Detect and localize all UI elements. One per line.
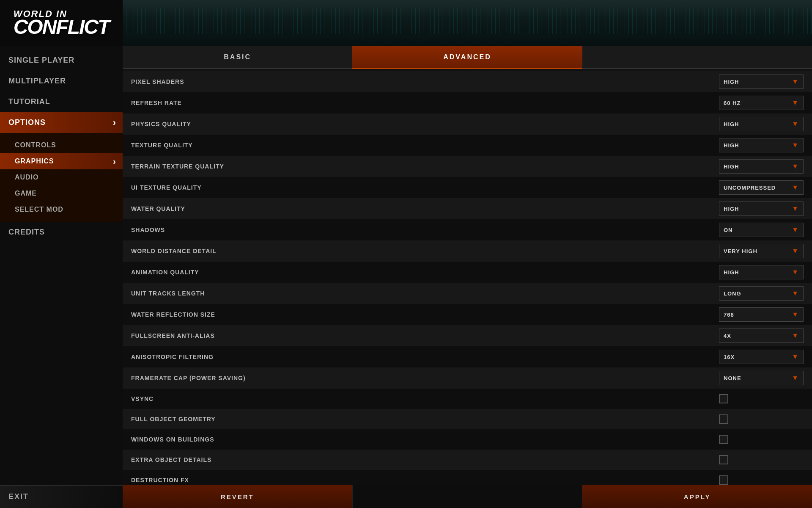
dropdown-shadows[interactable]: ON ▼ bbox=[719, 223, 804, 237]
revert-button[interactable]: REVERT bbox=[123, 485, 353, 508]
setting-control-extra-object-details bbox=[719, 455, 804, 464]
dropdown-water-reflection-size[interactable]: 768 ▼ bbox=[719, 307, 804, 322]
setting-control-physics-quality: HIGH ▼ bbox=[719, 117, 804, 131]
sidebar-item-controls[interactable]: CONTROLS bbox=[0, 137, 123, 153]
header-banner bbox=[123, 0, 812, 46]
tab-advanced[interactable]: ADVANCED bbox=[352, 46, 582, 69]
setting-label-shadows: SHADOWS bbox=[131, 226, 719, 233]
setting-control-full-object-geometry bbox=[719, 414, 804, 424]
setting-row-extra-object-details: EXTRA OBJECT DETAILS bbox=[123, 450, 812, 470]
setting-label-fullscreen-anti-alias: FULLSCREEN ANTI-ALIAS bbox=[131, 332, 719, 339]
setting-label-vsync: VSYNC bbox=[131, 395, 719, 402]
setting-row-destruction-fx: DESTRUCTION FX bbox=[123, 470, 812, 485]
dropdown-unit-tracks-length[interactable]: LONG ▼ bbox=[719, 286, 804, 301]
setting-label-windows-on-buildings: WINDOWS ON BUILDINGS bbox=[131, 436, 719, 443]
setting-row-texture-quality: TEXTURE QUALITY HIGH ▼ bbox=[123, 135, 812, 156]
dropdown-arrow-shadows: ▼ bbox=[792, 226, 799, 234]
sidebar-item-multiplayer[interactable]: MULTIPLAYER bbox=[0, 71, 123, 91]
tab-basic[interactable]: BASIC bbox=[123, 46, 352, 69]
dropdown-arrow-animation-quality: ▼ bbox=[792, 268, 799, 276]
setting-control-destruction-fx bbox=[719, 475, 804, 485]
tabs-bar: BASIC ADVANCED bbox=[123, 46, 812, 69]
setting-label-framerate-cap: FRAMERATE CAP (POWER SAVING) bbox=[131, 375, 719, 381]
checkbox-destruction-fx[interactable] bbox=[719, 475, 728, 485]
dropdown-fullscreen-anti-alias[interactable]: 4X ▼ bbox=[719, 329, 804, 343]
setting-row-ui-texture-quality: UI TEXTURE QUALITY UNCOMPRESSED ▼ bbox=[123, 177, 812, 198]
dropdown-physics-quality[interactable]: HIGH ▼ bbox=[719, 117, 804, 131]
sidebar-item-game[interactable]: GAME bbox=[0, 185, 123, 202]
setting-control-framerate-cap: NONE ▼ bbox=[719, 371, 804, 385]
setting-row-unit-tracks-length: UNIT TRACKS LENGTH LONG ▼ bbox=[123, 283, 812, 304]
dropdown-world-distance-detail[interactable]: VERY HIGH ▼ bbox=[719, 244, 804, 258]
dropdown-terrain-texture-quality[interactable]: HIGH ▼ bbox=[719, 159, 804, 174]
setting-label-refresh-rate: REFRESH RATE bbox=[131, 99, 719, 106]
setting-row-world-distance-detail: WORLD DISTANCE DETAIL VERY HIGH ▼ bbox=[123, 240, 812, 262]
dropdown-arrow-water-quality: ▼ bbox=[792, 205, 799, 213]
setting-row-water-quality: WATER QUALITY HIGH ▼ bbox=[123, 198, 812, 219]
button-spacer bbox=[353, 485, 583, 508]
sidebar: SINGLE PLAYER MULTIPLAYER TUTORIAL OPTIO… bbox=[0, 46, 123, 508]
logo-conflict: CONFLICT bbox=[14, 16, 110, 38]
setting-control-water-reflection-size: 768 ▼ bbox=[719, 307, 804, 322]
sidebar-item-tutorial[interactable]: TUTORIAL bbox=[0, 91, 123, 112]
settings-content: PIXEL SHADERS HIGH ▼ REFRESH RATE 60 HZ … bbox=[123, 69, 812, 485]
checkbox-vsync[interactable] bbox=[719, 394, 728, 403]
setting-label-unit-tracks-length: UNIT TRACKS LENGTH bbox=[131, 290, 719, 297]
sidebar-item-select-mod[interactable]: SELECT MOD bbox=[0, 202, 123, 218]
dropdown-refresh-rate[interactable]: 60 HZ ▼ bbox=[719, 96, 804, 110]
dropdown-arrow-water-reflection-size: ▼ bbox=[792, 311, 799, 318]
setting-row-water-reflection-size: WATER REFLECTION SIZE 768 ▼ bbox=[123, 304, 812, 325]
setting-row-windows-on-buildings: WINDOWS ON BUILDINGS bbox=[123, 429, 812, 450]
logo-area: WORLD IN CONFLICT bbox=[0, 0, 123, 46]
apply-button[interactable]: APPLY bbox=[582, 485, 812, 508]
checkbox-windows-on-buildings[interactable] bbox=[719, 435, 728, 444]
dropdown-arrow-ui-texture-quality: ▼ bbox=[792, 184, 799, 191]
setting-control-refresh-rate: 60 HZ ▼ bbox=[719, 96, 804, 110]
setting-control-terrain-texture-quality: HIGH ▼ bbox=[719, 159, 804, 174]
setting-label-terrain-texture-quality: TERRAIN TEXTURE QUALITY bbox=[131, 163, 719, 170]
sidebar-item-graphics[interactable]: GRAPHICS bbox=[0, 153, 123, 169]
sidebar-item-single-player[interactable]: SINGLE PLAYER bbox=[0, 50, 123, 71]
dropdown-arrow-unit-tracks-length: ▼ bbox=[792, 290, 799, 297]
setting-row-animation-quality: ANIMATION QUALITY HIGH ▼ bbox=[123, 262, 812, 283]
setting-control-shadows: ON ▼ bbox=[719, 223, 804, 237]
setting-row-terrain-texture-quality: TERRAIN TEXTURE QUALITY HIGH ▼ bbox=[123, 156, 812, 177]
main-layout: SINGLE PLAYER MULTIPLAYER TUTORIAL OPTIO… bbox=[0, 46, 812, 508]
setting-control-windows-on-buildings bbox=[719, 435, 804, 444]
dropdown-framerate-cap[interactable]: NONE ▼ bbox=[719, 371, 804, 385]
sidebar-item-audio[interactable]: AUDIO bbox=[0, 169, 123, 185]
sidebar-item-credits[interactable]: CREDITS bbox=[0, 222, 123, 243]
dropdown-arrow-fullscreen-anti-alias: ▼ bbox=[792, 332, 799, 340]
dropdown-ui-texture-quality[interactable]: UNCOMPRESSED ▼ bbox=[719, 180, 804, 195]
setting-control-pixel-shaders: HIGH ▼ bbox=[719, 75, 804, 89]
dropdown-pixel-shaders[interactable]: HIGH ▼ bbox=[719, 75, 804, 89]
dropdown-arrow-terrain-texture-quality: ▼ bbox=[792, 163, 799, 170]
setting-row-refresh-rate: REFRESH RATE 60 HZ ▼ bbox=[123, 92, 812, 113]
dropdown-texture-quality[interactable]: HIGH ▼ bbox=[719, 138, 804, 152]
setting-control-unit-tracks-length: LONG ▼ bbox=[719, 286, 804, 301]
dropdown-anisotropic-filtering[interactable]: 16X ▼ bbox=[719, 350, 804, 364]
setting-row-shadows: SHADOWS ON ▼ bbox=[123, 219, 812, 240]
content-area: BASIC ADVANCED PIXEL SHADERS HIGH ▼ bbox=[123, 46, 812, 508]
dropdown-animation-quality[interactable]: HIGH ▼ bbox=[719, 265, 804, 279]
dropdown-arrow-world-distance-detail: ▼ bbox=[792, 247, 799, 255]
checkbox-full-object-geometry[interactable] bbox=[719, 414, 728, 424]
setting-control-ui-texture-quality: UNCOMPRESSED ▼ bbox=[719, 180, 804, 195]
top-header: WORLD IN CONFLICT bbox=[0, 0, 812, 46]
setting-label-ui-texture-quality: UI TEXTURE QUALITY bbox=[131, 184, 719, 191]
sidebar-bottom: EXIT bbox=[0, 485, 123, 508]
setting-label-world-distance-detail: WORLD DISTANCE DETAIL bbox=[131, 248, 719, 254]
checkbox-extra-object-details[interactable] bbox=[719, 455, 728, 464]
setting-label-texture-quality: TEXTURE QUALITY bbox=[131, 142, 719, 149]
setting-label-extra-object-details: EXTRA OBJECT DETAILS bbox=[131, 456, 719, 463]
setting-row-pixel-shaders: PIXEL SHADERS HIGH ▼ bbox=[123, 71, 812, 92]
exit-button[interactable]: EXIT bbox=[0, 486, 123, 508]
settings-scroll[interactable]: PIXEL SHADERS HIGH ▼ REFRESH RATE 60 HZ … bbox=[123, 69, 812, 485]
setting-control-water-quality: HIGH ▼ bbox=[719, 202, 804, 216]
bottom-buttons: REVERT APPLY bbox=[123, 485, 812, 508]
setting-row-full-object-geometry: FULL OBJECT GEOMETRY bbox=[123, 409, 812, 429]
setting-label-physics-quality: PHYSICS QUALITY bbox=[131, 121, 719, 127]
dropdown-water-quality[interactable]: HIGH ▼ bbox=[719, 202, 804, 216]
sidebar-item-options[interactable]: OPTIONS bbox=[0, 112, 123, 133]
setting-label-animation-quality: ANIMATION QUALITY bbox=[131, 269, 719, 276]
